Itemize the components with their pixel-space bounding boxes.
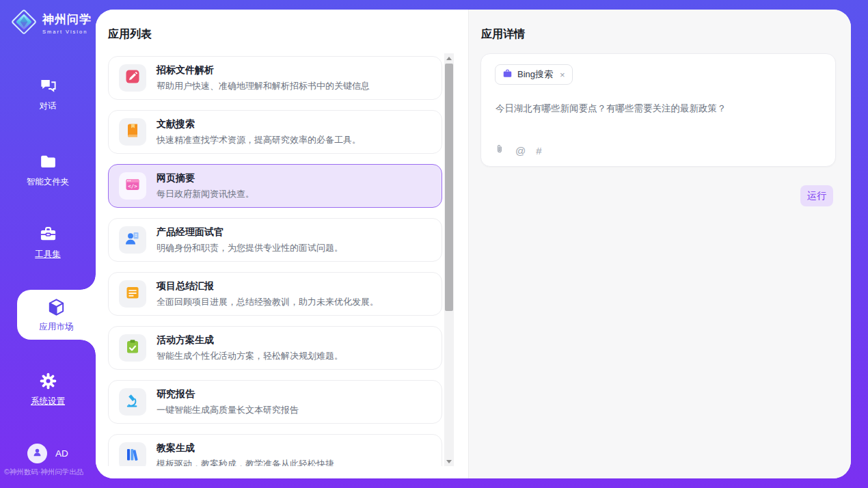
app-icon-tile xyxy=(119,226,146,254)
tool-chip-label: Bing搜索 xyxy=(517,68,553,81)
app-card-name: 教案生成 xyxy=(157,442,334,455)
app-card[interactable]: </> 网页摘要 每日政府新闻资讯快查。 xyxy=(108,164,442,208)
doc-edit-icon xyxy=(124,68,141,87)
user-account[interactable]: AD xyxy=(27,444,68,463)
app-card[interactable]: 研究报告 一键智能生成高质量长文本研究报告 xyxy=(108,380,442,424)
app-list-title: 应用列表 xyxy=(108,27,152,42)
app-icon-tile xyxy=(119,280,146,308)
sidebar-item-chat[interactable]: 对话 xyxy=(0,77,96,112)
app-card[interactable]: 文献搜索 快速精准查找学术资源，提高研究效率的必备工具。 xyxy=(108,110,442,154)
prompt-card: Bing搜索 × 今日湖北有哪些新闻要点？有哪些需要关注的最新政策？ @ # xyxy=(480,53,836,167)
app-card-name: 招标文件解析 xyxy=(157,64,370,77)
app-card-desc: 一键智能生成高质量长文本研究报告 xyxy=(157,404,299,416)
app-card-desc: 模板驱动，教案秒成，教学准备从此轻松快捷 xyxy=(157,458,334,467)
scroll-up-arrow[interactable] xyxy=(444,53,454,63)
person-icon xyxy=(31,446,43,461)
app-icon-tile: </> xyxy=(119,172,146,200)
app-icon-tile xyxy=(119,442,146,466)
app-card-name: 产品经理面试官 xyxy=(157,226,343,239)
books-icon xyxy=(124,446,141,465)
app-icon-tile xyxy=(119,388,146,416)
app-list: 招标文件解析 帮助用户快速、准确地理解和解析招标书中的关键信息 文献搜索 快速精… xyxy=(108,53,454,466)
clipboard-check-icon xyxy=(124,338,141,357)
app-card-name: 网页摘要 xyxy=(157,172,254,185)
app-list-panel: 应用列表 招标文件解析 帮助用户快速、准确地理解和解析招标书中的关键信息 文献搜… xyxy=(96,10,468,478)
app-icon-tile xyxy=(119,334,146,362)
app-card-desc: 快速精准查找学术资源，提高研究效率的必备工具。 xyxy=(157,134,361,146)
brand-logo: 神州问学 Smart Vision xyxy=(10,8,92,38)
book-icon xyxy=(124,122,141,141)
scrollbar-thumb[interactable] xyxy=(445,64,453,311)
brand-name: 神州问学 xyxy=(42,12,92,27)
cube-icon xyxy=(46,297,66,317)
gear-icon xyxy=(39,372,57,390)
app-card-name: 活动方案生成 xyxy=(157,334,343,347)
copyright-text: ©神州数码·神州问学出品 xyxy=(4,467,83,477)
app-card-desc: 明确身份和职责，为您提供专业性的面试问题。 xyxy=(157,242,343,254)
sidebar-item-smart-folder[interactable]: 智能文件夹 xyxy=(0,152,96,188)
app-card-name: 项目总结汇报 xyxy=(157,280,379,293)
run-button[interactable]: 运行 xyxy=(800,185,833,206)
app-detail-title: 应用详情 xyxy=(481,27,525,42)
sidebar-item-label: 智能文件夹 xyxy=(27,177,70,187)
app-card[interactable]: 项目总结汇报 全面回顾项目进展，总结经验教训，助力未来优化发展。 xyxy=(108,272,442,316)
app-card[interactable]: 招标文件解析 帮助用户快速、准确地理解和解析招标书中的关键信息 xyxy=(108,56,442,100)
prompt-text[interactable]: 今日湖北有哪些新闻要点？有哪些需要关注的最新政策？ xyxy=(496,103,822,115)
diamond-logo-icon xyxy=(10,8,38,38)
app-card-name: 研究报告 xyxy=(157,388,299,401)
sidebar-item-app-market[interactable]: 应用市场 xyxy=(17,290,96,340)
sidebar-item-label: 工具集 xyxy=(35,249,61,259)
folder-icon xyxy=(39,152,57,171)
calendar-icon xyxy=(124,284,141,303)
app-card-desc: 智能生成个性化活动方案，轻松解决规划难题。 xyxy=(157,350,343,362)
app-card[interactable]: 产品经理面试官 明确身份和职责，为您提供专业性的面试问题。 xyxy=(108,218,442,262)
app-icon-tile xyxy=(119,118,146,146)
app-card-name: 文献搜索 xyxy=(157,118,361,131)
paperclip-icon[interactable] xyxy=(494,144,505,157)
sidebar-item-label: 应用市场 xyxy=(40,322,74,331)
scrollbar[interactable] xyxy=(444,53,454,466)
briefcase-icon xyxy=(502,68,513,81)
app-detail-panel: 应用详情 Bing搜索 × 今日湖北有哪些新闻要点？有哪些需要关注的最新政策？ xyxy=(468,10,851,478)
toolbox-icon xyxy=(39,225,57,243)
chat-icon xyxy=(39,77,57,95)
browser-code-icon: </> xyxy=(124,176,141,195)
at-icon[interactable]: @ xyxy=(515,146,526,156)
sidebar-item-label: 系统设置 xyxy=(31,396,65,406)
app-card-desc: 帮助用户快速、准确地理解和解析招标书中的关键信息 xyxy=(157,80,370,92)
app-card[interactable]: 活动方案生成 智能生成个性化活动方案，轻松解决规划难题。 xyxy=(108,326,442,370)
composer-toolbar: @ # xyxy=(494,144,542,157)
user-initials: AD xyxy=(55,448,68,459)
sidebar-item-settings[interactable]: 系统设置 xyxy=(0,372,96,407)
sidebar-item-toolset[interactable]: 工具集 xyxy=(0,225,96,260)
microscope-icon xyxy=(124,392,141,411)
sidebar: 神州问学 Smart Vision 对话 智能文件夹 xyxy=(0,0,96,488)
app-card-desc: 每日政府新闻资讯快查。 xyxy=(157,188,254,200)
close-icon[interactable]: × xyxy=(560,70,565,79)
app-card-desc: 全面回顾项目进展，总结经验教训，助力未来优化发展。 xyxy=(157,296,379,308)
tool-chip-bing-search[interactable]: Bing搜索 × xyxy=(495,64,573,85)
brand-subtitle: Smart Vision xyxy=(42,29,92,35)
interviewer-icon xyxy=(124,230,141,249)
scroll-down-arrow[interactable] xyxy=(444,457,454,466)
app-card[interactable]: 教案生成 模板驱动，教案秒成，教学准备从此轻松快捷 xyxy=(108,434,442,466)
content-area: 应用列表 招标文件解析 帮助用户快速、准确地理解和解析招标书中的关键信息 文献搜… xyxy=(96,10,851,478)
sidebar-item-label: 对话 xyxy=(40,101,57,111)
svg-text:</>: </> xyxy=(128,183,137,189)
avatar xyxy=(27,444,47,463)
hash-icon[interactable]: # xyxy=(536,146,541,156)
app-icon-tile xyxy=(119,64,146,92)
